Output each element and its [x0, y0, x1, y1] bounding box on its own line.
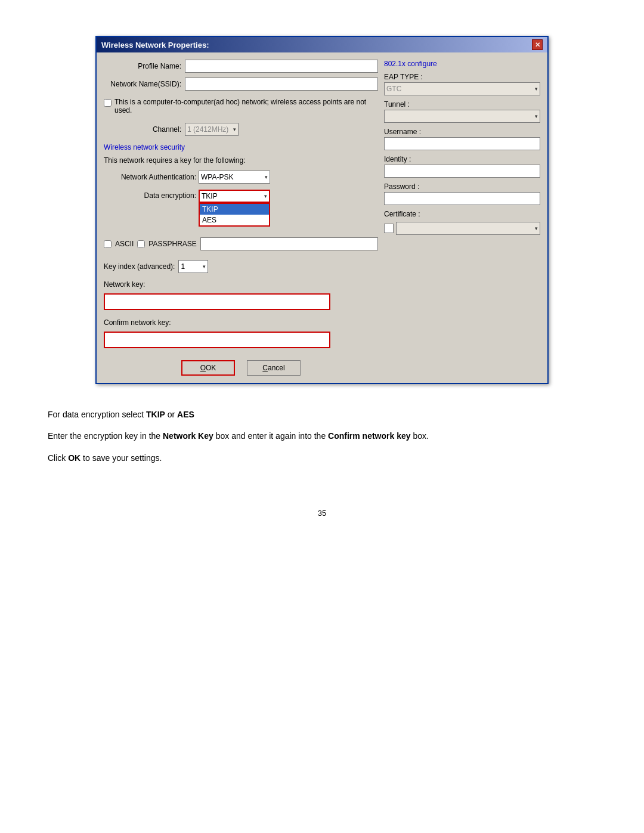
cert-arrow-icon: ▾	[535, 225, 538, 231]
instruction-line1-bold1: TKIP	[146, 410, 165, 419]
dialog-titlebar: Wireless Network Properties: ✕	[97, 37, 547, 52]
certificate-label: Certificate :	[384, 210, 540, 218]
username-input[interactable]	[384, 137, 540, 150]
username-row: Username :	[384, 128, 540, 150]
data-enc-arrow-icon: ▾	[264, 193, 267, 199]
confirm-key-label: Confirm network key:	[104, 318, 378, 327]
cancel-label-rest: ancel	[268, 364, 285, 372]
data-enc-container: TKIP ▾ TKIP AES	[199, 190, 270, 203]
network-name-input[interactable]	[185, 78, 378, 91]
cancel-button[interactable]: Cancel	[247, 360, 301, 376]
instruction-line1: For data encryption select TKIP or AES	[48, 408, 596, 421]
identity-row: Identity :	[384, 155, 540, 178]
instruction-line2-bold2: Confirm network key	[328, 431, 410, 441]
cert-select[interactable]: ▾	[396, 222, 540, 235]
channel-row: Channel: 1 (2412MHz) ▾	[104, 123, 378, 136]
ascii-row: ASCII PASSPHRASE	[104, 237, 378, 250]
eap-type-row: EAP TYPE : GTC ▾	[384, 73, 540, 95]
dropdown-item-tkip[interactable]: TKIP	[200, 204, 269, 215]
eap-type-value: GTC	[386, 85, 401, 93]
passphrase-checkbox[interactable]	[137, 240, 145, 248]
key-index-value: 1	[181, 262, 185, 271]
tunnel-arrow-icon: ▾	[535, 113, 538, 119]
certificate-row: Certificate : ▾	[384, 210, 540, 235]
instruction-line2-bold1: Network Key	[163, 431, 213, 441]
data-enc-dropdown: TKIP AES	[199, 203, 270, 227]
profile-name-input[interactable]	[185, 60, 378, 73]
key-index-label: Key index (advanced):	[104, 262, 175, 271]
password-row: Password :	[384, 182, 540, 205]
right-panel: 802.1x configure EAP TYPE : GTC ▾ Tunnel…	[384, 60, 540, 376]
key-index-select[interactable]: 1 ▾	[178, 260, 208, 273]
ascii-label: ASCII	[115, 240, 134, 248]
eap-type-select[interactable]: GTC ▾	[384, 82, 540, 95]
instruction-line2: Enter the encryption key in the Network …	[48, 429, 596, 442]
key-index-row: Key index (advanced): 1 ▾	[104, 260, 378, 273]
network-auth-label: Network Authentication:	[104, 173, 196, 181]
page-number: 35	[48, 473, 596, 518]
instruction-line2-suffix: box.	[411, 431, 429, 441]
page-content: Wireless Network Properties: ✕ Profile N…	[48, 36, 596, 518]
channel-label: Channel:	[104, 125, 181, 134]
instruction-line3-suffix: to save your settings.	[80, 453, 162, 463]
network-name-label: Network Name(SSID):	[104, 80, 181, 88]
network-name-row: Network Name(SSID):	[104, 78, 378, 91]
adhoc-label: This is a computer-to-computer(ad hoc) n…	[114, 98, 378, 114]
tunnel-select[interactable]: ▾	[384, 110, 540, 123]
ascii-checkbox[interactable]	[104, 240, 112, 248]
identity-label: Identity :	[384, 155, 540, 163]
cancel-btn-label: Cancel	[262, 364, 284, 372]
tunnel-label: Tunnel :	[384, 100, 540, 109]
dropdown-item-aes[interactable]: AES	[200, 215, 269, 225]
network-auth-row: Network Authentication: WPA-PSK ▾	[104, 171, 378, 184]
adhoc-row: This is a computer-to-computer(ad hoc) n…	[104, 98, 378, 114]
ok-button[interactable]: OOK	[181, 360, 235, 376]
instruction-line1-middle: or	[165, 410, 177, 419]
instruction-line2-middle: box and enter it again into the	[213, 431, 328, 441]
passphrase-input[interactable]	[200, 237, 378, 250]
data-enc-select[interactable]: TKIP ▾	[199, 190, 270, 203]
cert-row: ▾	[384, 222, 540, 235]
wireless-properties-dialog: Wireless Network Properties: ✕ Profile N…	[95, 36, 549, 384]
network-requires-label: This network requires a key for the foll…	[104, 156, 378, 165]
profile-name-label: Profile Name:	[104, 62, 181, 70]
ok-btn-label: OOK	[200, 364, 216, 372]
instruction-line3-prefix: Click	[48, 453, 68, 463]
dialog-wrapper: Wireless Network Properties: ✕ Profile N…	[48, 36, 596, 384]
dialog-title: Wireless Network Properties:	[101, 41, 209, 49]
instruction-line3-bold: OK	[68, 453, 80, 463]
password-input[interactable]	[384, 192, 540, 205]
data-enc-label: Data encryption:	[104, 190, 196, 200]
key-index-arrow-icon: ▾	[203, 264, 206, 270]
wireless-security-label: Wireless network security	[104, 143, 378, 151]
left-panel: Profile Name: Network Name(SSID): This i…	[104, 60, 378, 376]
ok-label-rest: OK	[206, 364, 216, 372]
passphrase-label: PASSPHRASE	[148, 240, 196, 248]
username-label: Username :	[384, 128, 540, 136]
instruction-block: For data encryption select TKIP or AES E…	[48, 408, 596, 473]
data-enc-row: Data encryption: TKIP ▾ TKIP AES	[104, 190, 378, 203]
confirm-key-input[interactable]	[104, 332, 330, 348]
password-label: Password :	[384, 182, 540, 191]
instruction-line2-prefix: Enter the encryption key in the	[48, 431, 163, 441]
eap-type-arrow-icon: ▾	[535, 86, 538, 92]
dialog-body: Profile Name: Network Name(SSID): This i…	[97, 52, 547, 383]
network-key-label: Network key:	[104, 280, 378, 289]
network-auth-arrow-icon: ▾	[265, 174, 268, 180]
eap-type-label: EAP TYPE :	[384, 73, 540, 81]
close-button[interactable]: ✕	[532, 39, 543, 50]
tunnel-row: Tunnel : ▾	[384, 100, 540, 123]
configure-label: 802.1x configure	[384, 60, 540, 68]
data-enc-value: TKIP	[202, 192, 218, 200]
network-auth-value: WPA-PSK	[201, 173, 233, 181]
cert-checkbox[interactable]	[384, 224, 394, 233]
network-auth-select[interactable]: WPA-PSK ▾	[199, 171, 270, 184]
identity-input[interactable]	[384, 165, 540, 178]
adhoc-checkbox[interactable]	[104, 99, 112, 107]
network-key-input[interactable]	[104, 293, 330, 310]
profile-name-row: Profile Name:	[104, 60, 378, 73]
instruction-line1-bold2: AES	[177, 410, 194, 419]
channel-arrow-icon: ▾	[233, 126, 236, 132]
channel-select[interactable]: 1 (2412MHz) ▾	[185, 123, 239, 136]
instruction-line3: Click OK to save your settings.	[48, 451, 596, 465]
